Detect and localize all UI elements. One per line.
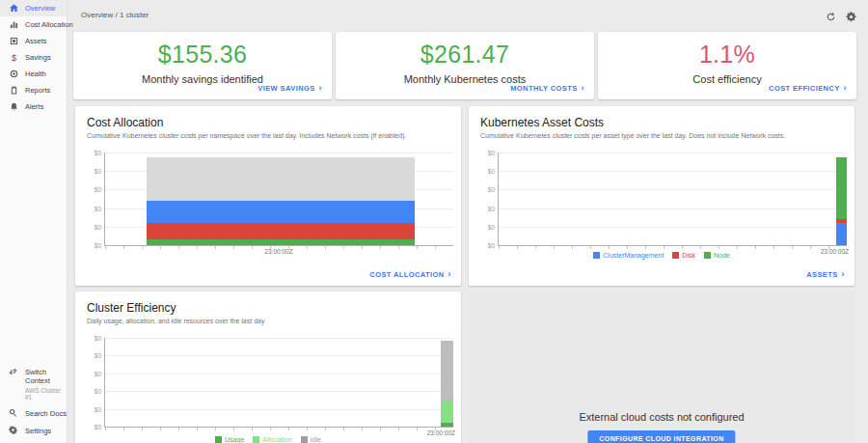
- x-axis-label: 23:00:00Z: [104, 248, 453, 255]
- sidebar-item-label: Overview: [25, 4, 55, 13]
- stacked-bar[interactable]: [147, 157, 415, 245]
- bar-segment[interactable]: [441, 423, 453, 427]
- reports-icon: [9, 86, 18, 96]
- bar-chart-icon: [9, 20, 18, 30]
- cost-efficiency-summary-card: 1.1% Cost efficiency COST EFFICIENCY›: [598, 32, 856, 99]
- sidebar-item-label: Cost Allocation: [25, 20, 73, 29]
- current-context-value: AWS Cluster #1: [25, 387, 67, 401]
- cost-allocation-subtitle: Cumulative Kubernetes cluster costs per …: [75, 129, 461, 139]
- bar-segment[interactable]: [147, 201, 415, 223]
- y-tick-label: $0: [78, 424, 101, 430]
- sidebar-item-label: Reports: [25, 86, 50, 95]
- legend-swatch: [253, 436, 259, 443]
- bar-segment[interactable]: [836, 223, 847, 245]
- configure-cloud-integration-button[interactable]: CONFIGURE CLOUD INTEGRATION: [587, 430, 735, 443]
- grid-line: [105, 338, 453, 339]
- legend-item: Usage: [215, 436, 244, 443]
- y-tick-label: $0: [78, 186, 101, 193]
- view-savings-link[interactable]: VIEW SAVINGS›: [258, 84, 322, 93]
- bar-segment[interactable]: [147, 157, 415, 202]
- y-tick-label: $0: [472, 205, 495, 211]
- asset-costs-legend: ClusterManagementDiskNode: [469, 252, 854, 259]
- grid-line: [105, 355, 453, 356]
- settings-gear-icon[interactable]: [846, 9, 856, 19]
- savings-value: $155.36: [73, 41, 332, 69]
- sidebar: Overview Cost Allocation Assets $ Saving…: [0, 0, 68, 443]
- cost-allocation-link[interactable]: COST ALLOCATION›: [369, 270, 451, 279]
- legend-label: Idle: [311, 436, 321, 443]
- sidebar-item-assets[interactable]: Assets: [0, 33, 67, 49]
- home-icon: [9, 4, 18, 14]
- legend-label: Usage: [225, 436, 244, 443]
- search-icon: [9, 408, 18, 418]
- savings-summary-card: $155.36 Monthly savings identified VIEW …: [73, 32, 332, 99]
- legend-item: Node: [704, 252, 730, 259]
- assets-icon: [9, 37, 18, 46]
- sidebar-item-label: Alerts: [25, 102, 43, 111]
- cluster-efficiency-title: Cluster Efficiency: [75, 291, 461, 315]
- cost-allocation-title: Cost Allocation: [75, 106, 461, 129]
- legend-label: Disk: [682, 252, 695, 259]
- sidebar-item-health[interactable]: Health: [0, 66, 67, 82]
- sidebar-item-alerts[interactable]: Alerts: [0, 98, 67, 115]
- y-tick-label: $0: [472, 242, 495, 249]
- y-tick-label: $0: [78, 205, 101, 211]
- grid-line: [499, 171, 847, 172]
- monthly-costs-value: $261.47: [336, 41, 594, 69]
- external-costs-message: External cloud costs not configured: [469, 411, 854, 423]
- settings[interactable]: Settings: [0, 422, 67, 439]
- grid-line: [499, 208, 847, 209]
- sidebar-item-label: Health: [25, 69, 46, 78]
- legend-item: Allocation: [253, 436, 291, 443]
- legend-item: Idle: [301, 436, 321, 443]
- bar-segment[interactable]: [147, 239, 415, 245]
- cost-efficiency-link[interactable]: COST EFFICIENCY›: [769, 84, 847, 93]
- chevron-right-icon: ›: [448, 271, 451, 278]
- assets-link[interactable]: ASSETS›: [806, 270, 845, 279]
- grid-line: [499, 227, 847, 228]
- asset-costs-subtitle: Cumulative Kubernetes cluster costs per …: [469, 129, 854, 139]
- chevron-right-icon: ›: [319, 85, 322, 92]
- switch-context[interactable]: Switch Context AWS Cluster #1: [0, 364, 67, 404]
- grid-line: [499, 152, 847, 153]
- search-docs[interactable]: Search Docs: [0, 404, 67, 422]
- y-tick-label: $0: [78, 242, 101, 249]
- sidebar-item-cost-allocation[interactable]: Cost Allocation: [0, 16, 67, 33]
- cluster-efficiency-legend: UsageAllocationIdle: [75, 436, 461, 443]
- monthly-costs-link[interactable]: MONTHLY COSTS›: [510, 84, 584, 93]
- cluster-efficiency-chart: $0$0$0$0$0$0: [104, 338, 453, 428]
- sidebar-item-reports[interactable]: Reports: [0, 82, 67, 98]
- y-tick-label: $0: [472, 186, 495, 193]
- stacked-bar[interactable]: [836, 157, 847, 245]
- y-tick-label: $0: [472, 168, 495, 175]
- bar-segment[interactable]: [836, 157, 847, 219]
- bar-segment[interactable]: [441, 401, 453, 423]
- search-docs-label: Search Docs: [25, 409, 67, 418]
- switch-context-label: Switch Context: [25, 368, 67, 385]
- sidebar-item-overview[interactable]: Overview: [0, 0, 67, 16]
- asset-costs-panel: Kubernetes Asset Costs Cumulative Kubern…: [469, 106, 854, 286]
- external-costs-panel: External cloud costs not configured CONF…: [469, 291, 854, 443]
- legend-item: ClusterManagement: [593, 252, 664, 259]
- legend-swatch: [593, 252, 600, 259]
- cost-efficiency-value: 1.1%: [598, 41, 856, 69]
- chevron-right-icon: ›: [844, 85, 847, 92]
- grid-line: [105, 374, 453, 374]
- dollar-icon: $: [9, 53, 18, 63]
- legend-label: ClusterManagement: [603, 252, 664, 259]
- y-tick-label: $0: [78, 405, 101, 412]
- stacked-bar[interactable]: [441, 341, 453, 427]
- asset-costs-title: Kubernetes Asset Costs: [469, 106, 854, 129]
- health-icon: [9, 69, 18, 79]
- legend-label: Node: [714, 252, 730, 259]
- sidebar-item-label: Assets: [25, 37, 47, 45]
- gear-icon: [9, 426, 18, 435]
- bar-segment[interactable]: [147, 223, 415, 238]
- y-tick-label: $0: [78, 370, 101, 376]
- top-bar: Overview / 1 cluster: [68, 0, 868, 29]
- cluster-efficiency-subtitle: Daily usage, allocation, and idle resour…: [75, 315, 461, 324]
- refresh-icon[interactable]: [826, 9, 836, 19]
- bar-segment[interactable]: [441, 341, 453, 401]
- chevron-right-icon: ›: [582, 85, 584, 92]
- sidebar-item-savings[interactable]: $ Savings: [0, 49, 67, 66]
